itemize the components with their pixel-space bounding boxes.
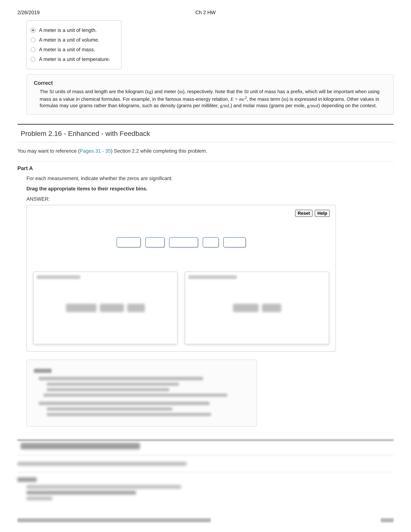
help-button[interactable]: Help — [315, 210, 330, 217]
reference-line: You may want to reference (Pages 31 - 35… — [17, 148, 394, 154]
problem-title: Problem 2.16 - Enhanced - with Feedback — [17, 127, 394, 140]
radio-icon — [31, 38, 36, 42]
blurred-divider — [17, 440, 394, 441]
thin-divider — [17, 142, 394, 142]
blurred-item — [233, 304, 259, 312]
blurred-item — [100, 304, 124, 312]
radio-label: A meter is a unit of volume. — [39, 37, 99, 43]
page-title: Ch 2 HW — [195, 10, 216, 16]
drag-tile[interactable] — [223, 237, 246, 247]
radio-icon — [31, 28, 36, 33]
radio-option-mass[interactable]: A meter is a unit of mass. — [31, 45, 116, 55]
page-date: 2/26/2019 — [17, 10, 40, 16]
radio-label: A meter is a unit of length. — [39, 28, 97, 33]
radio-label: A meter is a unit of temperature. — [39, 57, 110, 62]
blurred-item — [262, 304, 281, 312]
section-divider — [17, 124, 394, 125]
blurred-item — [66, 304, 97, 312]
radio-group-meter: A meter is a unit of length. A meter is … — [27, 20, 121, 69]
drag-tile[interactable] — [117, 237, 141, 247]
drag-tile[interactable] — [145, 237, 165, 247]
bin-label-blurred — [188, 275, 237, 279]
thin-divider — [17, 161, 394, 161]
feedback-body: The SI units of mass and length are the … — [34, 88, 386, 109]
question-text: For each measurement, indicate whether t… — [27, 176, 394, 181]
answer-label: ANSWER: — [27, 196, 394, 202]
feedback-title: Correct — [34, 80, 386, 86]
question-instruction: Drag the appropriate items to their resp… — [27, 186, 394, 192]
drop-bin-significant[interactable] — [33, 272, 177, 344]
radio-label: A meter is a unit of mass. — [39, 47, 95, 53]
drag-work-area: Reset Help — [27, 205, 336, 352]
radio-option-temperature[interactable]: A meter is a unit of temperature. — [31, 55, 116, 64]
blurred-item — [127, 304, 145, 312]
radio-icon — [31, 57, 36, 62]
page-footer — [17, 518, 394, 522]
drag-tile[interactable] — [203, 237, 219, 247]
bin-label-blurred — [37, 275, 80, 279]
blurred-feedback — [27, 360, 257, 427]
drop-bin-notsignificant[interactable] — [185, 272, 329, 344]
drag-tile[interactable] — [169, 237, 198, 247]
feedback-correct: Correct The SI units of mass and length … — [27, 74, 394, 115]
draggable-tiles — [31, 237, 331, 247]
radio-option-volume[interactable]: A meter is a unit of volume. — [31, 35, 116, 45]
radio-icon — [31, 47, 36, 52]
part-a-label: Part A — [17, 165, 394, 171]
radio-option-length[interactable]: A meter is a unit of length. — [31, 26, 116, 35]
pages-link[interactable]: Pages 31 - 35 — [80, 148, 111, 154]
reset-button[interactable]: Reset — [295, 210, 313, 217]
